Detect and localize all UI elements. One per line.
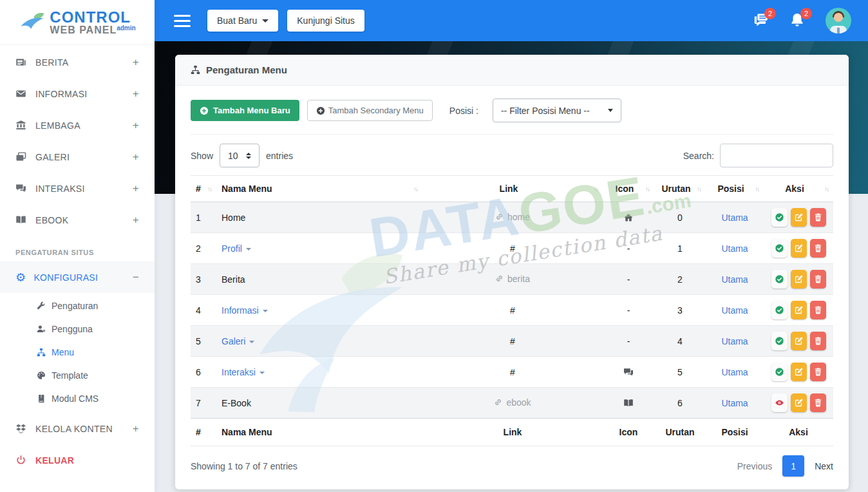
- sidebar-item-informasi[interactable]: INFORMASI +: [0, 78, 155, 109]
- delete-button[interactable]: [810, 270, 826, 289]
- submenu-item-modul-cms[interactable]: Modul CMS: [0, 387, 155, 410]
- messages-button[interactable]: 2: [753, 12, 770, 29]
- status-active-button[interactable]: [771, 363, 788, 381]
- create-new-button[interactable]: Buat Baru: [207, 10, 278, 32]
- pagination-previous[interactable]: Previous: [737, 461, 772, 471]
- search-input[interactable]: [720, 144, 833, 167]
- user-gear-icon: [37, 325, 46, 334]
- expand-plus-icon[interactable]: +: [133, 151, 139, 164]
- delete-button[interactable]: [810, 393, 826, 412]
- posisi-link[interactable]: Utama: [721, 336, 748, 346]
- brand-text: CONTROL WEB PANELadmin: [50, 10, 135, 35]
- menu-link-cell: berita: [422, 264, 603, 295]
- sidebar-item-ebook[interactable]: EBOOK +: [0, 204, 155, 236]
- sidebar-item-interaksi[interactable]: INTERAKSI +: [0, 173, 155, 204]
- delete-button[interactable]: [810, 332, 826, 350]
- add-menu-label: Tambah Menu Baru: [213, 106, 290, 115]
- menu-name-cell: Informasi: [216, 295, 422, 326]
- posisi-link[interactable]: Utama: [721, 367, 748, 377]
- add-secondary-menu-button[interactable]: Tambah Secondary Menu: [307, 100, 433, 121]
- visit-site-button[interactable]: Kunjungi Situs: [287, 10, 364, 32]
- expand-plus-icon[interactable]: +: [133, 214, 139, 227]
- status-active-button[interactable]: [771, 208, 788, 227]
- column-header-aksi[interactable]: ↑↓Aksi: [764, 176, 833, 202]
- notifications-button[interactable]: 2: [789, 12, 806, 29]
- status-active-button[interactable]: [771, 270, 788, 289]
- submenu-item-pengguna[interactable]: Pengguna: [0, 317, 155, 341]
- brand-line2: WEB PANEL: [50, 24, 117, 35]
- add-menu-button[interactable]: Tambah Menu Baru: [191, 100, 299, 121]
- column-header-icon[interactable]: ↑↓Icon: [603, 176, 654, 202]
- bird-logo-icon: [19, 10, 46, 35]
- status-active-button[interactable]: [771, 301, 788, 319]
- submenu-item-template[interactable]: Template: [0, 364, 155, 387]
- position-filter-select[interactable]: -- Filter Posisi Menu --: [493, 99, 621, 122]
- submenu-item-menu[interactable]: Menu: [0, 341, 155, 364]
- topbar-right: 2 2: [753, 8, 851, 33]
- row-number: 1: [191, 202, 216, 233]
- expand-plus-icon[interactable]: +: [133, 119, 139, 132]
- column-header-link[interactable]: ↑↓Link: [422, 176, 603, 202]
- edit-button[interactable]: [791, 208, 807, 227]
- menu-icon-cell: -: [603, 326, 654, 357]
- edit-button[interactable]: [791, 393, 807, 412]
- menu-name-link[interactable]: Informasi: [222, 305, 268, 316]
- sort-icon: ↑↓: [594, 185, 598, 193]
- column-header-urutan[interactable]: ↑↓Urutan: [654, 176, 706, 202]
- column-header-posisi[interactable]: ↑↓Posisi: [706, 176, 764, 202]
- check-circle-icon: [775, 336, 784, 346]
- pagination-next[interactable]: Next: [815, 461, 833, 471]
- menu-name-link[interactable]: Profil: [222, 243, 251, 254]
- page-length-select[interactable]: 10: [220, 144, 259, 167]
- status-active-button[interactable]: [771, 332, 788, 350]
- collapse-minus-icon[interactable]: −: [133, 271, 139, 284]
- posisi-link[interactable]: Utama: [721, 243, 748, 254]
- user-avatar[interactable]: [826, 8, 851, 33]
- posisi-link[interactable]: Utama: [721, 398, 748, 408]
- sidebar-item-lembaga[interactable]: LEMBAGA +: [0, 109, 155, 141]
- column-header-num[interactable]: ↑↓#: [191, 176, 216, 202]
- sidebar-item-keluar[interactable]: KELUAR: [0, 444, 155, 476]
- menu-name-link[interactable]: Galeri: [222, 336, 254, 346]
- edit-button[interactable]: [791, 270, 807, 289]
- column-header-nama-menu[interactable]: ↑↓Nama Menu: [216, 176, 422, 202]
- posisi-cell: Utama: [706, 233, 764, 264]
- expand-plus-icon[interactable]: +: [133, 88, 139, 100]
- posisi-link[interactable]: Utama: [721, 213, 748, 223]
- edit-button[interactable]: [791, 363, 807, 381]
- posisi-link[interactable]: Utama: [721, 274, 748, 285]
- menu-name-cell: Home: [216, 202, 422, 233]
- status-active-button[interactable]: [771, 239, 788, 258]
- delete-button[interactable]: [810, 363, 826, 381]
- expand-plus-icon[interactable]: +: [133, 422, 139, 435]
- pagination-page-1[interactable]: 1: [782, 455, 804, 477]
- eye-icon: [775, 398, 784, 408]
- table-row: 1 Home home 0 Utama: [191, 202, 833, 233]
- konfigurasi-submenu: Pengaturan Pengguna Menu Template Modul …: [0, 293, 155, 413]
- edit-button[interactable]: [791, 239, 807, 258]
- delete-button[interactable]: [810, 239, 826, 258]
- delete-button[interactable]: [810, 208, 826, 227]
- sidebar-item-galeri[interactable]: GALERI +: [0, 141, 155, 173]
- main-area: Buat Baru Kunjungi Situs 2 2: [155, 0, 868, 492]
- expand-plus-icon[interactable]: +: [133, 56, 139, 69]
- sidebar-item-konfigurasi[interactable]: ⚙ KONFIGURASI −: [0, 261, 155, 293]
- menu-name-link[interactable]: Interaksi: [222, 367, 265, 377]
- submenu-item-pengaturan[interactable]: Pengaturan: [0, 294, 155, 317]
- sidebar-item-kelola-konten[interactable]: KELOLA KONTEN +: [0, 413, 155, 444]
- brand-logo[interactable]: CONTROL WEB PANELadmin: [0, 0, 155, 45]
- menu-icon-cell: -: [603, 264, 654, 295]
- topbar: Buat Baru Kunjungi Situs 2 2: [155, 0, 868, 41]
- hamburger-menu-icon[interactable]: [174, 12, 191, 30]
- table-footer-row: # Nama Menu Link Icon Urutan Posisi Aksi: [191, 419, 833, 446]
- check-circle-icon: [775, 213, 784, 222]
- edit-button[interactable]: [791, 301, 807, 319]
- table-row: 4 Informasi # - 3 Utama: [191, 295, 833, 326]
- delete-button[interactable]: [810, 301, 826, 319]
- posisi-link[interactable]: Utama: [721, 305, 748, 316]
- edit-button[interactable]: [791, 332, 807, 350]
- row-number: 6: [191, 357, 216, 388]
- sidebar-item-berita[interactable]: BERITA +: [0, 46, 155, 78]
- expand-plus-icon[interactable]: +: [133, 182, 139, 195]
- status-hidden-button[interactable]: [771, 393, 788, 412]
